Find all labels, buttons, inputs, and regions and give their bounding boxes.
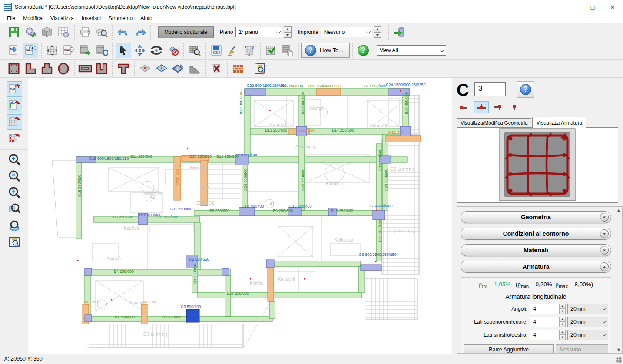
- svg-text:B11 250/600: B11 250/600: [130, 154, 152, 159]
- t-section-button[interactable]: [39, 61, 55, 76]
- selected-column[interactable]: [186, 309, 199, 322]
- chevron-down-icon[interactable]: [600, 229, 609, 238]
- menu-modifica[interactable]: Modifica: [19, 14, 46, 22]
- circular-section-button[interactable]: [56, 61, 71, 76]
- masonry-button[interactable]: [230, 61, 246, 76]
- count-input[interactable]: 4: [530, 304, 559, 314]
- accordion-geometria[interactable]: Geometria: [461, 211, 611, 223]
- panel-scrollbar[interactable]: ▲ ▼: [615, 207, 622, 353]
- dwg-visibility-button[interactable]: DWG: [23, 43, 38, 58]
- save-button[interactable]: [6, 24, 22, 40]
- orientation-left-button[interactable]: [457, 101, 471, 113]
- l-section-button[interactable]: [23, 61, 38, 76]
- snap-dwg-button[interactable]: DWG: [7, 81, 22, 97]
- t-beam-button[interactable]: [116, 61, 131, 76]
- impronta-spinner[interactable]: [374, 26, 381, 38]
- slab-button[interactable]: [137, 61, 153, 76]
- section-help-button[interactable]: ?: [517, 81, 534, 98]
- tab-geometria[interactable]: Visualizza/Modifica Geometria: [457, 118, 531, 127]
- help-button[interactable]: ?: [355, 43, 371, 58]
- slab-edge-button[interactable]: [154, 61, 169, 76]
- chevron-down-icon[interactable]: [600, 213, 609, 222]
- zoom-window-button[interactable]: [7, 201, 22, 217]
- chevron-up-icon[interactable]: [600, 262, 609, 271]
- accordion-armatura[interactable]: Armatura: [461, 261, 611, 273]
- piano-select[interactable]: 1° piano: [235, 27, 282, 37]
- modello-strutturale-button[interactable]: Modello strutturale: [158, 26, 214, 38]
- resize-grip[interactable]: [616, 357, 622, 363]
- renumber-button[interactable]: 132: [242, 43, 257, 58]
- delete-tool-button[interactable]: [165, 43, 181, 58]
- building-copy-button[interactable]: [280, 43, 295, 58]
- exit-button[interactable]: [392, 24, 408, 40]
- view-filter-select[interactable]: View All: [377, 45, 446, 56]
- grid-settings-button[interactable]: [56, 24, 71, 40]
- print-preview-button[interactable]: [94, 24, 109, 40]
- impronta-select[interactable]: Nessuno: [321, 27, 372, 37]
- accordion-materiali[interactable]: Materiali: [461, 244, 611, 256]
- print-button[interactable]: [77, 24, 93, 40]
- select-tool-button[interactable]: [116, 43, 131, 58]
- menu-aiuto[interactable]: Aiuto: [136, 14, 156, 22]
- scroll-down-icon[interactable]: ▼: [616, 347, 621, 352]
- zoom-region-button[interactable]: [252, 61, 268, 76]
- chevron-down-icon[interactable]: [600, 246, 609, 255]
- snap-lines-button[interactable]: [7, 98, 22, 113]
- slab-finish-button[interactable]: [170, 61, 186, 76]
- zoom-dynamic-button[interactable]: [7, 218, 22, 233]
- snap-points-button[interactable]: [7, 131, 22, 146]
- report-button[interactable]: [209, 43, 224, 58]
- count-spinner[interactable]: [559, 330, 566, 340]
- u-section-button[interactable]: [94, 61, 109, 76]
- count-spinner[interactable]: [559, 304, 566, 314]
- piano-spinner[interactable]: [284, 26, 292, 38]
- wall-section-button[interactable]: [77, 61, 93, 76]
- toolbar-grip: [351, 43, 354, 58]
- check-model-button[interactable]: [263, 43, 279, 58]
- orientation-right-button[interactable]: [491, 101, 506, 113]
- clean-model-button[interactable]: [225, 43, 241, 58]
- grid-move-button[interactable]: [44, 43, 60, 58]
- delete-wall-button[interactable]: [209, 61, 224, 76]
- maximize-button[interactable]: ◻: [583, 1, 603, 13]
- redo-button[interactable]: [132, 24, 148, 40]
- move-tool-button[interactable]: [132, 43, 148, 58]
- building-export-button[interactable]: [77, 43, 93, 58]
- diameter-select[interactable]: 20mm: [567, 304, 608, 314]
- zoom-extents-button[interactable]: [7, 185, 22, 200]
- section-number-input[interactable]: 3: [474, 82, 506, 96]
- svg-text:B38 250/600: B38 250/600: [189, 154, 212, 159]
- barre-aggiuntive-button[interactable]: Barre Aggiuntive: [464, 344, 554, 353]
- stairs-button[interactable]: [187, 61, 202, 76]
- building-inspect-button[interactable]: [187, 43, 202, 58]
- undo-button[interactable]: [116, 24, 131, 40]
- snap-grid-button[interactable]: [7, 114, 22, 130]
- zoom-selection-button[interactable]: [7, 234, 22, 250]
- rect-column-section-button[interactable]: [6, 61, 22, 76]
- menu-strumento[interactable]: Strumento: [105, 14, 136, 22]
- drawing-canvas[interactable]: C22 600/1500/250/250B15 250/600B16 250/6…: [28, 78, 452, 354]
- zoom-in-button[interactable]: [7, 152, 22, 167]
- count-spinner[interactable]: [559, 317, 566, 327]
- scroll-up-icon[interactable]: ▲: [616, 208, 621, 213]
- orientation-bottom-button[interactable]: [509, 101, 524, 113]
- menu-inserisci[interactable]: Inserisci: [78, 14, 105, 22]
- accordion-condizioni[interactable]: Condizioni al contorno: [461, 228, 611, 240]
- orientation-top-button[interactable]: [474, 101, 489, 113]
- menu-file[interactable]: File: [3, 14, 19, 22]
- close-button[interactable]: ✕: [603, 1, 623, 13]
- project-settings-button[interactable]: [23, 24, 38, 40]
- zoom-out-button[interactable]: [7, 168, 22, 184]
- materials-cube-button[interactable]: [39, 24, 55, 40]
- dwg-move-button[interactable]: DWG: [61, 43, 76, 58]
- diameter-select[interactable]: 20mm: [567, 317, 608, 327]
- building-refresh-button[interactable]: [94, 43, 109, 58]
- rotate-tool-button[interactable]: [149, 43, 164, 58]
- dwg-import-button[interactable]: DWG: [6, 43, 22, 58]
- how-to-button[interactable]: ? How To...: [301, 43, 350, 58]
- tab-armatura[interactable]: Visualizza Armatura: [532, 117, 586, 128]
- diameter-select[interactable]: 20mm: [567, 330, 608, 340]
- menu-visualizza[interactable]: Visualizza: [46, 14, 78, 22]
- count-input[interactable]: 4: [530, 317, 559, 327]
- count-input[interactable]: 4: [530, 330, 559, 340]
